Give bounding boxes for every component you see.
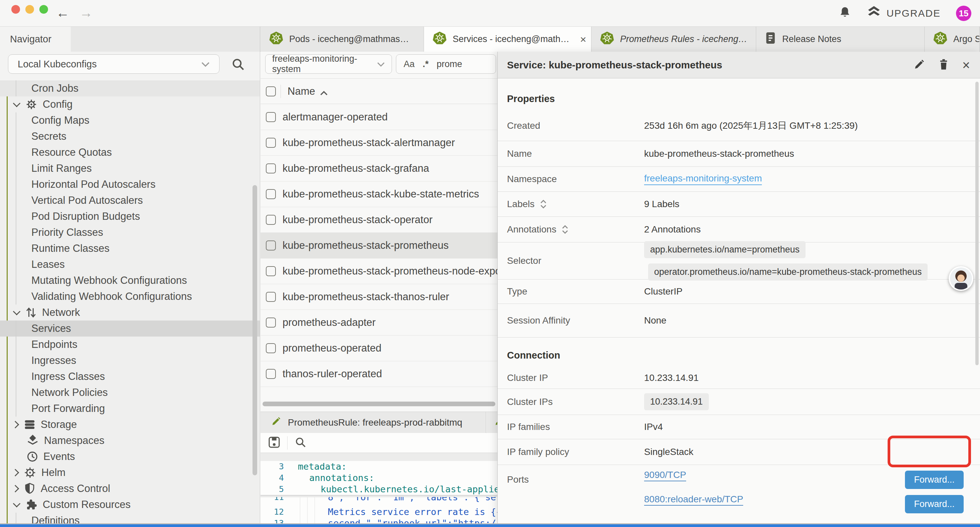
tab-prometheus-rules-icecheng[interactable]: Prometheus Rules - icecheng… [592, 27, 756, 52]
chevron-right-icon[interactable] [12, 469, 19, 477]
navigator-panel-tab[interactable]: Navigator [0, 27, 71, 52]
table-row-kube-prometheus-stack-thanos-ruler[interactable]: kube-prometheus-stack-thanos-ruler [261, 284, 497, 310]
expander-icon[interactable] [539, 199, 547, 210]
sidebar-item-pod-disruption-budgets[interactable]: Pod Disruption Budgets [0, 209, 260, 224]
forward-button[interactable]: Forward... [905, 495, 964, 513]
sidebar-item-limit-ranges[interactable]: Limit Ranges [0, 161, 260, 177]
row-checkbox[interactable] [266, 343, 276, 353]
namespace-link[interactable]: freeleaps-monitoring-system [644, 173, 762, 185]
sidebar-item-endpoints[interactable]: Endpoints [0, 336, 260, 353]
sidebar-item-custom-resources[interactable]: Custom Resources [0, 497, 260, 513]
row-checkbox[interactable] [266, 292, 276, 302]
sidebar-item-helm[interactable]: Helm [0, 465, 260, 481]
edit-icon[interactable] [914, 59, 925, 72]
close-tab-icon[interactable]: × [580, 34, 586, 45]
table-row-kube-prometheus-stack-grafana[interactable]: kube-prometheus-stack-grafana [261, 156, 497, 182]
name-column-header[interactable]: Name [288, 85, 315, 97]
row-checkbox[interactable] [266, 215, 276, 225]
forward-icon[interactable]: → [80, 5, 93, 21]
sidebar-item-ingress-classes[interactable]: Ingress Classes [0, 369, 260, 385]
sidebar-item-label: Ingresses [31, 355, 76, 366]
sidebar-item-leases[interactable]: Leases [0, 256, 260, 272]
port-link[interactable]: 9090/TCP [644, 470, 686, 481]
table-row-prometheus-operated[interactable]: prometheus-operated [261, 336, 497, 361]
sidebar-item-services[interactable]: Services [0, 320, 260, 336]
name-filter-input[interactable]: Aa .* prome [396, 54, 496, 74]
port-link[interactable]: 8080:reloader-web/TCP [644, 494, 743, 506]
sidebar-item-validating-webhook-configurations[interactable]: Validating Webhook Configurations [0, 288, 260, 304]
sidebar-item-config-maps[interactable]: Config Maps [0, 112, 260, 128]
upgrade-button[interactable]: UPGRADE [867, 6, 941, 21]
table-row-thanos-ruler-operated[interactable]: thanos-ruler-operated [261, 361, 497, 387]
sidebar-item-storage[interactable]: Storage [0, 417, 260, 433]
chevron-down-icon[interactable] [13, 100, 21, 107]
editor-search-icon[interactable] [294, 436, 307, 450]
notification-badge[interactable]: 15 [956, 6, 971, 21]
table-row-alertmanager-operated[interactable]: alertmanager-operated [261, 104, 497, 130]
row-checkbox[interactable] [266, 240, 276, 250]
sidebar-item-runtime-classes[interactable]: Runtime Classes [0, 240, 260, 256]
sidebar-item-port-forwarding[interactable]: Port Forwarding [0, 401, 260, 417]
assistant-avatar[interactable] [949, 266, 973, 291]
sidebar-item-resource-quotas[interactable]: Resource Quotas [0, 145, 260, 161]
row-checkbox[interactable] [266, 112, 276, 122]
tab-release-notes[interactable]: Release Notes [756, 27, 924, 52]
horizontal-scrollbar[interactable] [262, 401, 495, 406]
row-checkbox[interactable] [266, 138, 276, 148]
namespace-selector[interactable]: freeleaps-monitoring-system [265, 54, 392, 74]
save-icon[interactable] [268, 436, 280, 450]
sort-asc-icon[interactable] [320, 86, 328, 99]
chevron-right-icon[interactable] [12, 421, 19, 428]
sidebar-item-secrets[interactable]: Secrets [0, 128, 260, 145]
match-case-icon[interactable]: Aa [404, 59, 415, 69]
close-icon[interactable]: × [963, 59, 970, 71]
editor-tab-partial[interactable] [486, 412, 497, 433]
row-checkbox[interactable] [266, 266, 276, 276]
row-checkbox[interactable] [266, 369, 276, 379]
tab-argo-se[interactable]: Argo Se [924, 27, 980, 52]
select-all-checkbox[interactable] [266, 86, 276, 96]
expander-icon[interactable] [561, 224, 569, 235]
sidebar-item-definitions[interactable]: Definitions [0, 513, 260, 524]
sidebar-item-ingresses[interactable]: Ingresses [0, 353, 260, 369]
maximize-window-button[interactable] [39, 5, 48, 14]
chevron-down-icon[interactable] [13, 500, 21, 508]
delete-icon[interactable] [938, 58, 949, 72]
chevron-down-icon[interactable] [13, 308, 21, 315]
row-checkbox[interactable] [266, 189, 276, 199]
table-row-kube-prometheus-stack-prometheus[interactable]: kube-prometheus-stack-prometheus [261, 233, 497, 258]
sidebar-item-access-control[interactable]: Access Control [0, 481, 260, 497]
sidebar-search-icon[interactable] [231, 57, 245, 73]
tab-pods-icecheng-mathmas[interactable]: Pods - icecheng@mathmas… [261, 27, 424, 52]
forward-button-annotated[interactable]: Forward... [905, 471, 964, 489]
sidebar-item-mutating-webhook-configurations[interactable]: Mutating Webhook Configurations [0, 272, 260, 288]
sidebar-item-network[interactable]: Network [0, 304, 260, 320]
sidebar-item-network-policies[interactable]: Network Policies [0, 385, 260, 401]
yaml-editor[interactable]: 3metadata:4annotations:5kubectl.kubernet… [261, 461, 497, 524]
back-icon[interactable]: ← [56, 5, 69, 21]
table-row-prometheus-adapter[interactable]: prometheus-adapter [261, 310, 497, 336]
sidebar-item-horizontal-pod-autoscalers[interactable]: Horizontal Pod Autoscalers [0, 177, 260, 193]
sidebar-item-priority-classes[interactable]: Priority Classes [0, 224, 260, 240]
table-row-kube-prometheus-stack-alertmanager[interactable]: kube-prometheus-stack-alertmanager [261, 130, 497, 156]
sidebar-item-events[interactable]: Events [0, 449, 260, 465]
table-row-kube-prometheus-stack-prometheus-node-expor[interactable]: kube-prometheus-stack-prometheus-node-ex… [261, 258, 497, 284]
sidebar-item-config[interactable]: Config [0, 96, 260, 112]
close-window-button[interactable] [11, 5, 20, 14]
sidebar-item-cron-jobs[interactable]: Cron Jobs [0, 80, 260, 96]
detail-scrollbar[interactable] [975, 82, 978, 365]
regex-icon[interactable]: .* [423, 59, 429, 69]
kubeconfig-selector[interactable]: Local Kubeconfigs [8, 54, 220, 74]
table-row-kube-prometheus-stack-operator[interactable]: kube-prometheus-stack-operator [261, 207, 497, 233]
sidebar-item-namespaces[interactable]: Namespaces [0, 433, 260, 449]
row-checkbox[interactable] [266, 318, 276, 328]
table-row-kube-prometheus-stack-kube-state-metrics[interactable]: kube-prometheus-stack-kube-state-metrics [261, 182, 497, 207]
row-checkbox[interactable] [266, 164, 276, 174]
tab-services-icecheng-math[interactable]: Services - icecheng@math…× [424, 27, 592, 52]
editor-tab-prometheusrule[interactable]: PrometheusRule: freeleaps-prod-rabbitmq [261, 412, 486, 433]
bell-icon[interactable] [838, 6, 851, 21]
sidebar-scrollbar[interactable] [253, 185, 257, 475]
chevron-right-icon[interactable] [12, 485, 19, 493]
minimize-window-button[interactable] [25, 5, 34, 14]
sidebar-item-vertical-pod-autoscalers[interactable]: Vertical Pod Autoscalers [0, 193, 260, 209]
